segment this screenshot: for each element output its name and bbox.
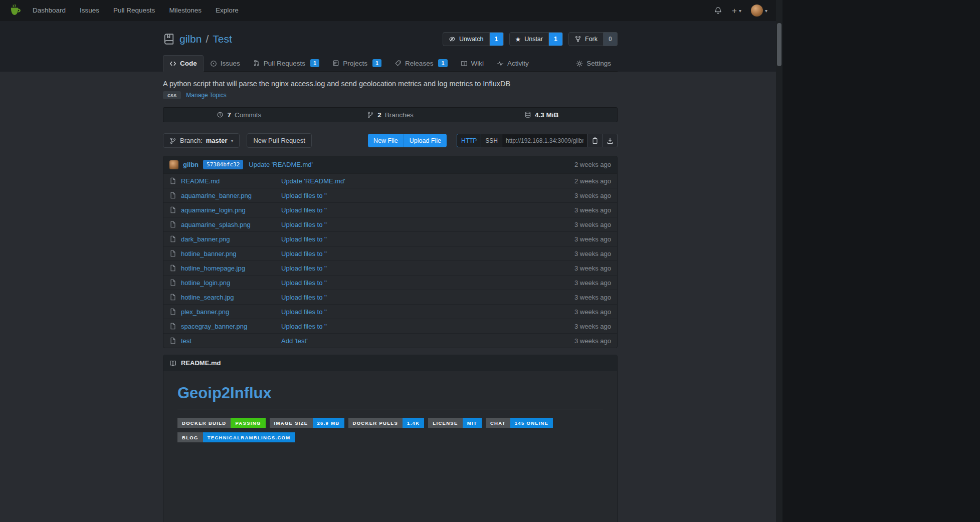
tab-activity[interactable]: Activity bbox=[490, 55, 535, 71]
file-name-link[interactable]: aquamarine_splash.png bbox=[181, 221, 251, 228]
notifications-bell-icon[interactable] bbox=[714, 7, 722, 15]
download-button[interactable] bbox=[603, 134, 618, 147]
file-name-cell: hotline_search.jpg bbox=[169, 294, 281, 301]
releases-count-badge: 1 bbox=[438, 59, 447, 67]
watch-count[interactable]: 1 bbox=[490, 32, 504, 46]
readme-badge[interactable]: LICENSE MIT bbox=[428, 418, 482, 428]
fork-button-group: Fork 0 bbox=[568, 32, 618, 46]
commit-author-link[interactable]: gilbn bbox=[183, 161, 199, 168]
file-name-link[interactable]: dark_banner.png bbox=[181, 235, 230, 243]
file-commit-message-link[interactable]: Upload files to '' bbox=[281, 250, 574, 257]
repo-name-link[interactable]: Test bbox=[213, 33, 232, 45]
top-navbar: Dashboard Issues Pull Requests Milestone… bbox=[0, 0, 782, 21]
tab-label: Pull Requests bbox=[264, 60, 305, 67]
vertical-scrollbar[interactable] bbox=[776, 0, 782, 522]
clone-url-input[interactable] bbox=[502, 134, 587, 147]
file-name-link[interactable]: spacegray_banner.png bbox=[181, 323, 247, 330]
file-commit-message-link[interactable]: Add 'test' bbox=[281, 337, 574, 345]
star-count[interactable]: 1 bbox=[549, 32, 563, 46]
tab-label: Projects bbox=[343, 60, 367, 67]
unwatch-button[interactable]: Unwatch bbox=[443, 32, 490, 46]
repo-owner-link[interactable]: gilbn bbox=[179, 33, 202, 45]
file-commit-message-link[interactable]: Upload files to '' bbox=[281, 192, 574, 199]
tab-code[interactable]: Code bbox=[163, 55, 204, 72]
repo-description: A python script that will parse the ngin… bbox=[163, 80, 618, 88]
file-name-link[interactable]: plex_banner.png bbox=[181, 308, 229, 316]
file-commit-message-link[interactable]: Upload files to '' bbox=[281, 206, 574, 214]
file-commit-message-link[interactable]: Upload files to '' bbox=[281, 265, 574, 272]
repo-size-stat[interactable]: 4.3 MiB bbox=[466, 108, 617, 122]
create-new-dropdown[interactable]: + ▾ bbox=[732, 7, 741, 15]
repo-size: 4.3 MiB bbox=[535, 111, 558, 119]
navbar-item[interactable]: Milestones bbox=[162, 0, 209, 21]
fork-count[interactable]: 0 bbox=[604, 32, 618, 46]
file-commit-message-link[interactable]: Upload files to '' bbox=[281, 294, 574, 301]
file-name-link[interactable]: README.md bbox=[181, 177, 220, 185]
readme-badge[interactable]: IMAGE SIZE 26.9 MB bbox=[270, 418, 344, 428]
database-icon bbox=[524, 111, 531, 118]
tab-issues[interactable]: Issues bbox=[204, 55, 247, 71]
file-commit-time: 3 weeks ago bbox=[574, 323, 611, 330]
file-commit-message-link[interactable]: Upload files to '' bbox=[281, 235, 574, 243]
file-row: hotline_login.png Upload files to '' 3 w… bbox=[163, 275, 617, 290]
commits-stat[interactable]: 7 Commits bbox=[163, 108, 315, 122]
file-name-link[interactable]: hotline_search.jpg bbox=[181, 294, 234, 301]
branches-stat[interactable]: 2 Branches bbox=[315, 108, 466, 122]
navbar-item[interactable]: Pull Requests bbox=[106, 0, 162, 21]
file-name-link[interactable]: test bbox=[181, 337, 191, 345]
file-name-link[interactable]: aquamarine_login.png bbox=[181, 206, 246, 214]
file-name-cell: hotline_homepage.jpg bbox=[169, 265, 281, 272]
user-menu[interactable]: ▾ bbox=[751, 5, 767, 17]
scrollbar-thumb[interactable] bbox=[777, 23, 781, 66]
tab-settings[interactable]: Settings bbox=[569, 55, 618, 71]
file-row: spacegray_banner.png Upload files to '' … bbox=[163, 319, 617, 333]
file-commit-message-link[interactable]: Upload files to '' bbox=[281, 308, 574, 316]
open-book-icon bbox=[169, 360, 176, 367]
file-name-link[interactable]: aquamarine_banner.png bbox=[181, 192, 252, 199]
new-pull-request-button[interactable]: New Pull Request bbox=[247, 133, 311, 148]
readme-badge[interactable]: CHAT 145 ONLINE bbox=[486, 418, 553, 428]
file-name-link[interactable]: hotline_homepage.jpg bbox=[181, 265, 245, 272]
navbar-item[interactable]: Explore bbox=[209, 0, 246, 21]
tab-pull-requests[interactable]: Pull Requests 1 bbox=[247, 55, 326, 71]
file-commit-message-link[interactable]: Upload files to '' bbox=[281, 323, 574, 330]
navbar-item[interactable]: Issues bbox=[73, 0, 106, 21]
repo-title: gilbn / Test bbox=[179, 33, 232, 45]
ssh-protocol-button[interactable]: SSH bbox=[481, 134, 502, 147]
commit-hash-badge[interactable]: 57384bfc32 bbox=[203, 160, 243, 169]
badge-label: LICENSE bbox=[428, 418, 462, 428]
badge-label: DOCKER BUILD bbox=[177, 418, 231, 428]
file-row: plex_banner.png Upload files to '' 3 wee… bbox=[163, 304, 617, 319]
file-name-cell: aquamarine_login.png bbox=[169, 206, 281, 214]
readme-title: Geoip2Influx bbox=[177, 384, 603, 409]
readme-badge[interactable]: DOCKER PULLS 1.4K bbox=[348, 418, 425, 428]
unstar-button[interactable]: ★ Unstar bbox=[509, 32, 549, 46]
manage-topics-link[interactable]: Manage Topics bbox=[186, 92, 227, 99]
topic-tag-css[interactable]: css bbox=[163, 91, 181, 99]
file-commit-message-link[interactable]: Update 'README.md' bbox=[281, 177, 574, 185]
file-commit-message-link[interactable]: Upload files to '' bbox=[281, 279, 574, 287]
gitea-logo-icon[interactable] bbox=[8, 4, 22, 18]
branch-selector-dropdown[interactable]: Branch: master ▾ bbox=[163, 133, 240, 148]
new-file-button[interactable]: New File bbox=[368, 134, 404, 147]
commit-message-link[interactable]: Update 'README.md' bbox=[249, 161, 313, 168]
http-protocol-button[interactable]: HTTP bbox=[457, 134, 481, 147]
readme-badge[interactable]: DOCKER BUILD PASSING bbox=[177, 418, 266, 428]
tab-projects[interactable]: Projects 1 bbox=[326, 55, 388, 71]
chevron-down-icon: ▾ bbox=[739, 8, 741, 14]
file-commit-time: 3 weeks ago bbox=[574, 206, 611, 214]
readme-badge[interactable]: BLOG TECHNICALRAMBLINGS.COM bbox=[177, 432, 295, 442]
file-row: hotline_search.jpg Upload files to '' 3 … bbox=[163, 290, 617, 304]
file-commit-message-link[interactable]: Upload files to '' bbox=[281, 221, 574, 228]
tab-wiki[interactable]: Wiki bbox=[454, 55, 491, 71]
file-name-link[interactable]: hotline_banner.png bbox=[181, 250, 237, 257]
copy-url-button[interactable] bbox=[587, 134, 603, 147]
navbar-item[interactable]: Dashboard bbox=[26, 0, 73, 21]
upload-file-button[interactable]: Upload File bbox=[404, 134, 447, 147]
commit-author-avatar[interactable] bbox=[169, 160, 178, 169]
file-name-link[interactable]: hotline_login.png bbox=[181, 279, 230, 287]
unstar-label: Unstar bbox=[524, 36, 543, 43]
tab-releases[interactable]: Releases 1 bbox=[388, 55, 454, 71]
navbar-menu: Dashboard Issues Pull Requests Milestone… bbox=[26, 0, 246, 21]
fork-button[interactable]: Fork bbox=[568, 32, 604, 46]
